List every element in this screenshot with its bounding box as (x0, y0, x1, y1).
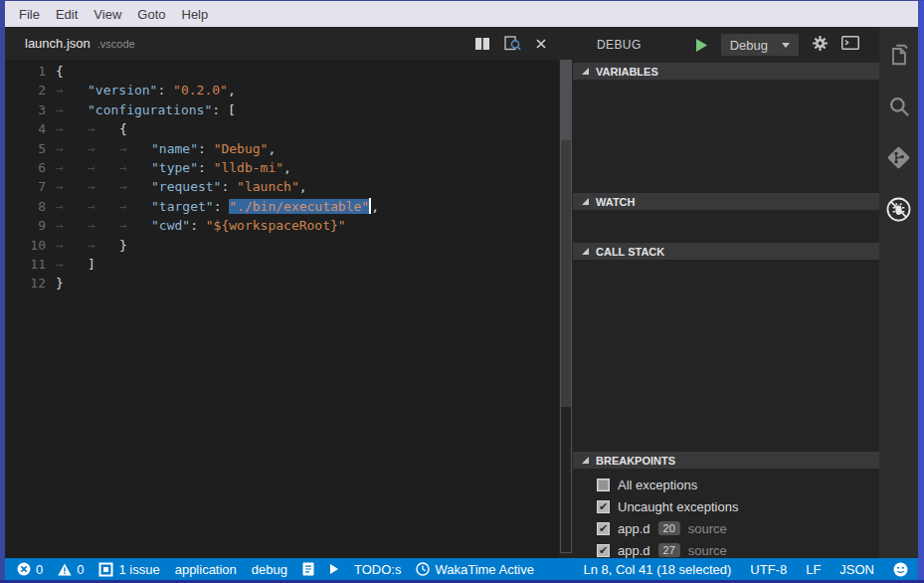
code-token: , (268, 141, 276, 156)
line-number[interactable]: 1 (5, 62, 46, 81)
open-preview-icon[interactable] (504, 36, 521, 52)
status-todo-s[interactable]: TODO:s (354, 562, 401, 577)
code-token: "cwd" (151, 218, 190, 233)
tab-whitespace-arrow: → (88, 139, 119, 158)
menu-view[interactable]: View (90, 4, 125, 25)
line-number[interactable]: 11 (5, 255, 46, 274)
tab-whitespace-arrow: → (56, 177, 88, 196)
code-token: "configurations" (88, 102, 212, 117)
scrollbar-thumb[interactable] (560, 60, 572, 553)
code-line-7[interactable]: 7→→→"request": "launch", (5, 177, 559, 196)
status-0[interactable]: 0 (17, 562, 43, 577)
close-icon[interactable] (535, 38, 547, 50)
gear-icon[interactable] (812, 35, 829, 56)
section-header-breakpoints[interactable]: BREAKPOINTS (573, 452, 879, 469)
tab-whitespace-arrow: → (56, 158, 88, 177)
status-application[interactable]: application (175, 562, 237, 577)
start-debug-button[interactable] (695, 38, 708, 53)
search-icon[interactable] (885, 93, 912, 119)
checkbox-checked[interactable]: ✔ (597, 522, 610, 535)
debug-console-icon[interactable] (841, 36, 859, 54)
editor-group: launch.json .vscode 1{2→"version": "0.2.… (5, 27, 559, 558)
code-token: } (56, 276, 64, 291)
code-line-1[interactable]: 1{ (5, 62, 559, 81)
code-token: "name" (151, 141, 198, 156)
code-line-11[interactable]: 11→] (5, 255, 559, 274)
code-line-12[interactable]: 12} (5, 274, 559, 292)
status-json[interactable]: JSON (839, 562, 874, 577)
code-line-5[interactable]: 5→→→"name": "Debug", (5, 139, 559, 158)
checkbox-unchecked[interactable] (597, 479, 610, 491)
status-label: TODO:s (354, 562, 401, 577)
line-number[interactable]: 6 (5, 158, 46, 177)
line-number[interactable]: 12 (5, 274, 46, 292)
section-label: CALL STACK (596, 246, 664, 258)
line-number[interactable]: 4 (5, 119, 46, 138)
line-number[interactable]: 7 (5, 177, 46, 196)
section-header-call-stack[interactable]: CALL STACK (573, 243, 879, 260)
play-icon (329, 563, 339, 575)
checkbox-checked[interactable]: ✔ (597, 544, 610, 557)
status-doc-icon[interactable] (302, 562, 314, 576)
debug-config-dropdown[interactable]: Debug (721, 34, 799, 56)
code-line-4[interactable]: 4→→{ (5, 119, 559, 138)
tab-whitespace-arrow: → (119, 139, 151, 158)
debug-icon[interactable] (885, 196, 912, 223)
section-header-watch[interactable]: WATCH (573, 193, 879, 210)
code-line-6[interactable]: 6→→→"type": "lldb-mi", (5, 158, 559, 177)
code-line-9[interactable]: 9→→→"cwd": "${workspaceRoot}" (5, 216, 559, 235)
issue-icon (98, 562, 113, 577)
menu-help[interactable]: Help (178, 4, 213, 25)
tab-whitespace-arrow: → (56, 236, 88, 255)
check-icon: ✔ (599, 523, 608, 534)
line-content: →→{ (56, 119, 127, 138)
menu-edit[interactable]: Edit (52, 4, 82, 25)
error-icon (17, 562, 31, 576)
line-content: →→→"target": "./bin/executable", (56, 197, 379, 216)
code-line-2[interactable]: 2→"version": "0.2.0", (5, 81, 559, 99)
git-icon[interactable] (885, 144, 912, 171)
line-number[interactable]: 9 (5, 216, 46, 235)
status-lf[interactable]: LF (806, 562, 821, 577)
code-line-10[interactable]: 10→→} (5, 236, 559, 255)
line-number[interactable]: 3 (5, 100, 46, 119)
status-1-issue[interactable]: 1 issue (98, 562, 159, 577)
code-token: "type" (151, 160, 198, 175)
menu-goto[interactable]: Goto (133, 4, 169, 25)
breakpoint-row[interactable]: ✔app.d27source (573, 539, 879, 558)
checkbox-checked[interactable]: ✔ (597, 500, 610, 513)
status-0[interactable]: 0 (58, 562, 84, 577)
activity-bar (879, 27, 918, 558)
breakpoint-row[interactable]: ✔app.d20source (573, 517, 879, 539)
files-icon[interactable] (885, 41, 912, 68)
split-editor-icon[interactable] (474, 37, 490, 51)
line-number[interactable]: 8 (5, 197, 46, 216)
smiley-icon (893, 562, 908, 577)
editor-scrollbar[interactable] (559, 27, 573, 558)
tab-launch-json[interactable]: launch.json .vscode (5, 36, 135, 51)
code-token: { (119, 121, 127, 136)
menu-file[interactable]: File (15, 4, 44, 25)
line-number-badge: 20 (658, 521, 680, 535)
status-label: 0 (36, 562, 43, 577)
status-utf-8[interactable]: UTF-8 (750, 562, 787, 577)
status-wakatime-active[interactable]: WakaTime Active (416, 562, 533, 577)
line-number[interactable]: 2 (5, 81, 46, 99)
breakpoint-row[interactable]: All exceptions (573, 474, 879, 495)
status-smiley-icon[interactable] (893, 562, 908, 577)
line-number[interactable]: 10 (5, 236, 46, 255)
tab-whitespace-arrow: → (56, 255, 88, 274)
code-line-3[interactable]: 3→"configurations": [ (5, 100, 559, 119)
section-header-variables[interactable]: VARIABLES (573, 63, 879, 80)
line-number[interactable]: 5 (5, 139, 46, 158)
breakpoint-row[interactable]: ✔Uncaught exceptions (573, 495, 879, 517)
code-token: : (198, 160, 214, 175)
status-ln-8-col-41-18-selected[interactable]: Ln 8, Col 41 (18 selected) (583, 562, 731, 577)
code-editor[interactable]: 1{2→"version": "0.2.0",3→"configurations… (5, 60, 559, 558)
code-token: "version" (88, 83, 157, 97)
code-line-8[interactable]: 8→→→"target": "./bin/executable", (5, 197, 559, 216)
status-debug[interactable]: debug (252, 562, 287, 577)
status-play-icon[interactable] (329, 563, 339, 575)
debug-sidebar: DEBUG Debug VARIA (573, 27, 879, 558)
tab-whitespace-arrow: → (56, 100, 88, 119)
